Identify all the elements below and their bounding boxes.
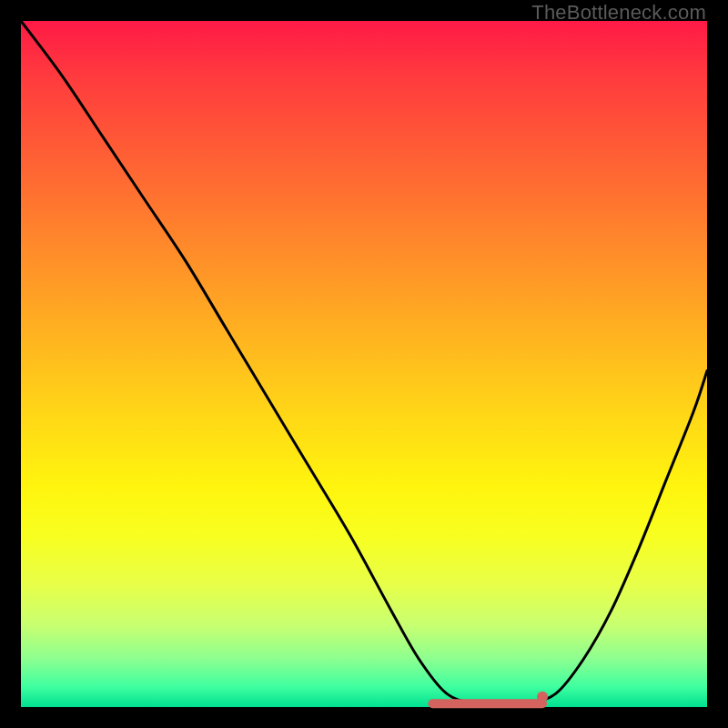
marker-dot: [537, 692, 548, 703]
bottleneck-curve: [21, 21, 707, 707]
chart-plot-area: [21, 21, 707, 707]
watermark-text: TheBottleneck.com: [531, 1, 706, 25]
chart-frame: TheBottleneck.com: [0, 0, 728, 728]
chart-svg: [21, 21, 707, 707]
